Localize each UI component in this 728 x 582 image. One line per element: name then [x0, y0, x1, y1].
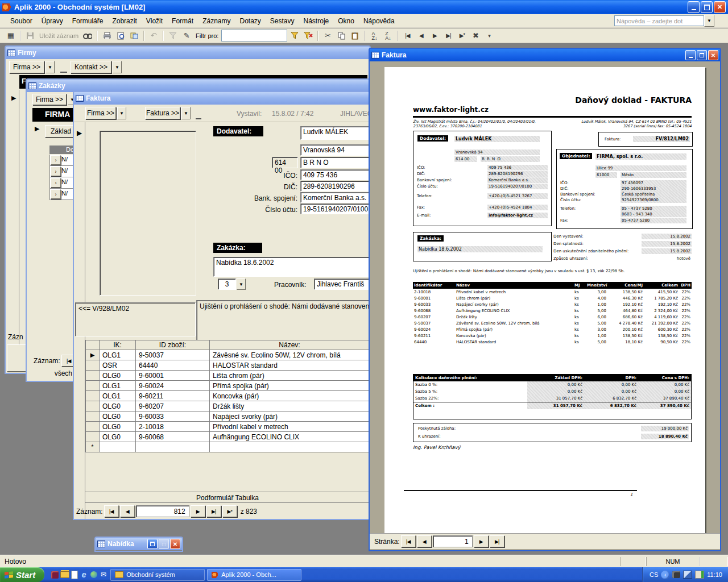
faktura-form-titlebar[interactable]: Faktura: [74, 92, 373, 105]
firma-button[interactable]: Firma >>: [32, 94, 67, 105]
minimize-button[interactable]: [688, 1, 700, 13]
expand-row-button[interactable]: ›: [51, 167, 61, 176]
app-shortcut-icon[interactable]: [50, 570, 60, 580]
table-cell[interactable]: HALOSTAR standard: [210, 360, 370, 371]
kontakt-button[interactable]: Kontakt >>: [71, 61, 111, 73]
supplier-street-field[interactable]: Vranovská 94: [300, 144, 373, 156]
new-record-icon[interactable]: ▶*: [456, 30, 468, 41]
office-links-icon[interactable]: [128, 30, 140, 41]
last-page-button[interactable]: ▶|: [490, 535, 504, 547]
table-cell[interactable]: Přívodní kabel v metrech: [210, 422, 370, 432]
toolbar-options-icon[interactable]: ▾: [483, 30, 495, 41]
close-button[interactable]: ✕: [170, 539, 180, 549]
ico-field[interactable]: 409 75 436: [300, 169, 373, 180]
table-cell[interactable]: 9-60068: [136, 432, 210, 442]
record-selector[interactable]: [86, 422, 100, 432]
table-cell[interactable]: 2-10018: [136, 422, 210, 432]
current-record-input[interactable]: [136, 505, 189, 517]
ref-code-box[interactable]: <<= V/928/LM02: [75, 302, 196, 336]
table-cell[interactable]: [136, 442, 210, 452]
folder-shortcut-icon[interactable]: [60, 570, 69, 580]
hide-icons-chevron-icon[interactable]: ‹: [661, 571, 669, 579]
table-cell[interactable]: N/: [61, 189, 68, 199]
table-cell[interactable]: 9-60211: [136, 391, 210, 401]
next-page-button[interactable]: ▶: [474, 535, 489, 547]
remove-filter-icon[interactable]: [302, 30, 315, 41]
clock[interactable]: 11:10: [707, 571, 722, 578]
record-selector[interactable]: [86, 360, 100, 371]
firma-button[interactable]: Firma >>: [85, 107, 116, 119]
undo-icon[interactable]: ↶: [147, 30, 160, 41]
table-cell[interactable]: N/: [61, 155, 68, 165]
menu-napoveda[interactable]: Nápověda: [359, 15, 399, 27]
menu-sestavy[interactable]: Sestavy: [266, 15, 299, 27]
table-cell[interactable]: Koncovka (pár): [210, 391, 370, 401]
paste-icon[interactable]: [349, 30, 361, 41]
table-cell[interactable]: Závěsné sv. Ecolino 50W, 12V chrom, bílá: [210, 350, 370, 360]
current-page-input[interactable]: [433, 535, 473, 547]
table-cell[interactable]: 9-60001: [136, 371, 210, 381]
record-selector[interactable]: [86, 391, 100, 401]
apply-filter-icon[interactable]: [288, 30, 301, 41]
copy-icon[interactable]: [335, 30, 348, 41]
new-record-selector[interactable]: *: [86, 442, 100, 452]
internet-explorer-icon[interactable]: e: [79, 570, 89, 580]
close-button[interactable]: ✕: [708, 50, 718, 60]
table-cell[interactable]: OLG0: [100, 401, 136, 411]
first-page-button[interactable]: |◀: [401, 535, 416, 547]
record-selector[interactable]: ▶: [86, 350, 100, 360]
taskbar-button-aplik2000[interactable]: Aplik 2000 - Obch...: [207, 569, 301, 581]
table-cell[interactable]: [210, 442, 370, 452]
table-cell[interactable]: 9-60024: [136, 381, 210, 391]
restore-button[interactable]: [697, 50, 707, 60]
restore-button[interactable]: [147, 539, 158, 549]
help-combo-dropdown-icon[interactable]: ▼: [704, 15, 714, 27]
table-cell[interactable]: OLG0: [100, 432, 136, 442]
menu-zobrazit[interactable]: Zobrazit: [107, 15, 141, 27]
expand-row-button[interactable]: ›: [51, 178, 61, 188]
menu-zaznamy[interactable]: Záznamy: [198, 15, 235, 27]
preview-titlebar[interactable]: Faktura ✕: [370, 49, 720, 61]
firma-dropdown-icon[interactable]: ▼: [117, 107, 126, 119]
table-cell[interactable]: Přímá spojka (pár): [210, 381, 370, 391]
next-record-button[interactable]: ▶: [191, 505, 205, 517]
column-header[interactable]: IK:: [100, 340, 136, 350]
record-selector[interactable]: [86, 411, 100, 422]
table-cell[interactable]: [100, 442, 136, 452]
sort-descending-icon[interactable]: ZA↓: [382, 30, 394, 41]
table-cell[interactable]: 9-60033: [136, 411, 210, 422]
invoice-page[interactable]: Daňový doklad - FAKTURA www.faktor-light…: [384, 67, 705, 538]
firmy-titlebar[interactable]: Firmy: [6, 47, 370, 59]
bank-field[interactable]: Komerční Banka a.s.: [300, 192, 373, 203]
table-cell[interactable]: OLG0: [100, 371, 136, 381]
table-cell[interactable]: Aufhängung ECOLINO CLIX: [210, 432, 370, 442]
column-header[interactable]: ID zboží:: [136, 340, 210, 350]
filter-by-form-icon[interactable]: [167, 30, 179, 41]
menu-format[interactable]: Formát: [167, 15, 198, 27]
start-button[interactable]: Start: [0, 567, 44, 582]
menu-upravy[interactable]: Úpravy: [37, 15, 68, 27]
record-selector[interactable]: [86, 371, 100, 381]
last-record-icon[interactable]: ▶|: [442, 30, 454, 41]
menu-vlozit[interactable]: Vložit: [142, 15, 167, 27]
firma-dropdown-icon[interactable]: ▼: [46, 61, 55, 73]
messenger-icon[interactable]: [89, 570, 98, 580]
scheduler-tray-icon[interactable]: [695, 571, 704, 579]
faktura-dropdown-icon[interactable]: ▼: [181, 107, 191, 119]
cut-icon[interactable]: ✂: [321, 30, 334, 41]
worker-field[interactable]: Jihlavec Františ: [314, 278, 373, 290]
table-cell[interactable]: OSR: [100, 360, 136, 371]
filter-for-icon[interactable]: ✎: [180, 30, 193, 41]
print-preview-icon[interactable]: [114, 30, 127, 41]
table-cell[interactable]: Napájecí svorky (pár): [210, 411, 370, 422]
table-cell[interactable]: N/: [61, 177, 68, 188]
previous-record-icon[interactable]: ◀: [415, 30, 427, 41]
save-record-label[interactable]: Uložit záznam: [39, 32, 78, 39]
zakazky-titlebar[interactable]: Zakázky: [27, 80, 371, 92]
table-cell[interactable]: OLG1: [100, 381, 136, 391]
restore-button[interactable]: [701, 1, 713, 13]
filter-input[interactable]: [221, 30, 287, 41]
maximize-button[interactable]: □: [159, 539, 169, 549]
first-record-icon[interactable]: |◀: [401, 30, 413, 41]
table-cell[interactable]: Lišta chrom (pár): [210, 371, 370, 381]
